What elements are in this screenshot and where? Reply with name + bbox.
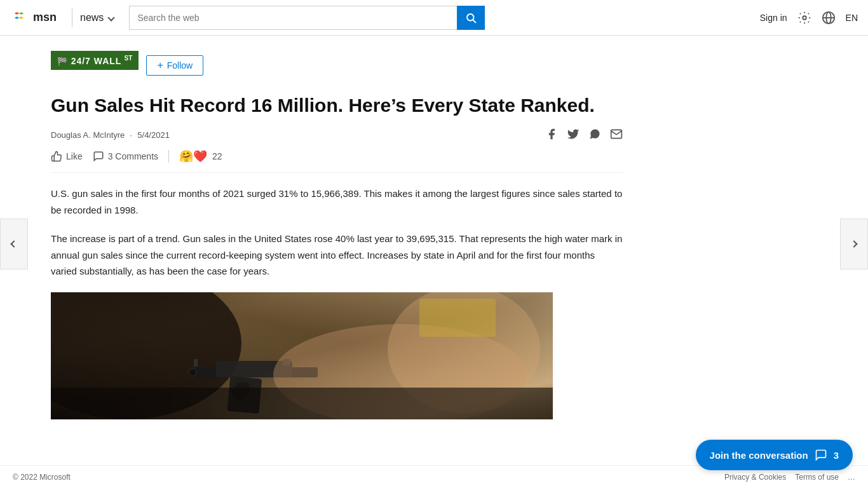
- article-date: 5/4/2021: [137, 130, 170, 140]
- facebook-share-icon[interactable]: [545, 128, 558, 140]
- article-image: [51, 292, 553, 419]
- search-bar: [129, 6, 485, 30]
- reactions: 🤗❤️ 22: [179, 149, 222, 163]
- left-arrow-icon: [10, 240, 17, 247]
- search-icon: [465, 12, 477, 24]
- search-button[interactable]: [457, 6, 485, 30]
- svg-rect-17: [419, 299, 496, 337]
- follow-button[interactable]: + Follow: [146, 55, 203, 76]
- source-superscript: ST: [125, 55, 133, 62]
- body-paragraph-1: U.S. gun sales in the first four months …: [51, 186, 623, 218]
- globe-icon[interactable]: [822, 11, 836, 25]
- nav-news[interactable]: news: [80, 12, 114, 24]
- source-name: 24/7 WALL: [71, 56, 122, 66]
- email-share-icon[interactable]: [610, 128, 623, 140]
- article-image-svg: [51, 292, 553, 419]
- article-author: Douglas A. McIntyre: [51, 130, 125, 140]
- search-input[interactable]: [129, 6, 457, 30]
- msn-logo[interactable]: msn: [10, 9, 57, 27]
- source-container: 🏁 24/7 WALL ST + Follow: [51, 51, 623, 80]
- body-paragraph-2: The increase is part of a trend. Gun sal…: [51, 231, 623, 280]
- comment-icon: [93, 151, 104, 162]
- article-meta: Douglas A. McIntyre · 5/4/2021: [51, 128, 623, 140]
- engagement-bar: Like 3 Comments 🤗❤️ 22: [51, 149, 623, 173]
- comment-button[interactable]: 3 Comments: [93, 151, 158, 162]
- nav-chevron-icon: [108, 14, 115, 21]
- svg-point-14: [189, 369, 196, 376]
- main-container: 🏁 24/7 WALL ST + Follow Gun Sales Hit Re…: [0, 36, 868, 445]
- svg-rect-12: [194, 359, 198, 367]
- header-right: Sign in EN: [760, 11, 858, 25]
- source-badge: 🏁 24/7 WALL ST: [51, 51, 139, 70]
- source-icon: 🏁: [57, 57, 71, 66]
- twitter-share-icon[interactable]: [567, 128, 580, 140]
- article-wrapper: 🏁 24/7 WALL ST + Follow Gun Sales Hit Re…: [51, 36, 623, 445]
- header-divider: [72, 8, 72, 27]
- sign-in-button[interactable]: Sign in: [760, 13, 787, 23]
- thumbs-up-icon: [51, 151, 62, 162]
- whatsapp-share-icon[interactable]: [588, 128, 601, 140]
- prev-article-button[interactable]: [0, 219, 28, 269]
- article-title: Gun Sales Hit Record 16 Million. Here’s …: [51, 93, 623, 118]
- plus-icon: +: [157, 60, 163, 71]
- dot-separator: ·: [130, 130, 133, 140]
- engagement-divider: [168, 150, 169, 163]
- header: msn news Sign in EN: [0, 0, 868, 36]
- settings-icon[interactable]: [797, 11, 811, 25]
- language-button[interactable]: EN: [846, 13, 858, 23]
- svg-point-2: [803, 16, 806, 20]
- join-conversation-button[interactable]: Join the conversation 3: [696, 440, 853, 445]
- next-article-button[interactable]: [840, 219, 868, 269]
- svg-line-1: [473, 20, 476, 22]
- msn-butterfly-icon: [10, 9, 28, 27]
- article-body: U.S. gun sales in the first four months …: [51, 186, 623, 280]
- like-button[interactable]: Like: [51, 151, 83, 162]
- reaction-emojis: 🤗❤️: [179, 149, 207, 163]
- right-arrow-icon: [850, 240, 857, 247]
- social-share: [545, 128, 623, 140]
- svg-rect-18: [51, 388, 553, 419]
- article-byline: Douglas A. McIntyre · 5/4/2021: [51, 129, 170, 140]
